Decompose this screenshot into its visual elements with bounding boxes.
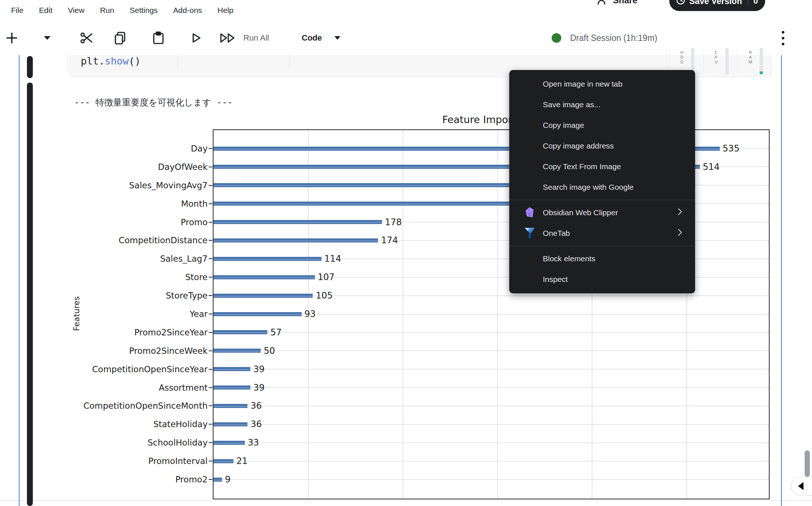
toolbar-divider	[67, 53, 68, 70]
category-label-assortment: Assortment	[69, 382, 208, 394]
add-cell-button[interactable]	[4, 21, 19, 55]
cell-selection-border-right	[781, 55, 782, 506]
share-button[interactable]: Share	[597, 0, 638, 7]
scissors-icon	[80, 31, 94, 45]
menu-item-save-image-as[interactable]: Save image as...	[509, 94, 695, 115]
menubar-item-add-ons[interactable]: Add-ons	[173, 6, 202, 15]
y-gridline	[214, 387, 769, 388]
toolbar-divider	[178, 53, 178, 70]
toolbar-divider	[289, 53, 289, 70]
collapse-panel-button[interactable]	[791, 477, 812, 495]
code-token: plt	[81, 55, 99, 67]
y-axis-tick	[209, 350, 212, 351]
y-axis-tick	[209, 314, 212, 314]
menubar-item-settings[interactable]: Settings	[130, 6, 158, 15]
output-cell-focus-bar[interactable]	[27, 83, 33, 506]
paste-cell-button[interactable]	[150, 21, 166, 55]
category-label-stateholiday: StateHoliday	[69, 418, 208, 430]
clock-icon	[676, 0, 686, 7]
y-gridline	[214, 461, 769, 461]
more-options-button[interactable]	[777, 21, 789, 55]
menu-item-open-image-in-new-tab[interactable]: Open image in new tab	[509, 74, 695, 94]
notebook-toolbar: Run All Code Draft Session (1h:19m) HDDC…	[0, 21, 812, 55]
value-label-store: 107	[318, 271, 335, 283]
submenu-chevron-icon	[677, 208, 683, 218]
y-axis-tick	[209, 424, 212, 425]
value-label-storetype: 105	[316, 290, 333, 301]
menubar-item-help[interactable]: Help	[218, 6, 233, 15]
bar-sales-lag7	[214, 257, 322, 261]
context-menu-group: Obsidian Web ClipperOneTab	[509, 202, 695, 244]
menu-item-obsidian-web-clipper[interactable]: Obsidian Web Clipper	[509, 202, 695, 223]
onetab-icon	[524, 227, 536, 239]
value-label-day: 535	[723, 143, 740, 154]
bar-stateholiday	[214, 422, 247, 426]
notebook-screen: FileEditViewRunSettingsAdd-onsHelp Share…	[0, 0, 812, 506]
code-line[interactable]: plt.show()	[81, 56, 141, 67]
obsidian-icon	[524, 207, 536, 219]
cpu-gauge-label: CPU	[710, 47, 722, 75]
menu-item-inspect[interactable]: Inspect	[509, 269, 695, 290]
ram-gauge-fill	[760, 71, 763, 74]
category-label-promo2sinceyear: Promo2SinceYear	[69, 327, 208, 338]
cut-cell-button[interactable]	[79, 21, 95, 55]
version-count-badge[interactable]: 0	[753, 0, 759, 6]
menu-item-copy-image-address[interactable]: Copy image address	[509, 136, 695, 156]
cell-type-caret[interactable]	[332, 21, 343, 55]
menu-item-copy-image[interactable]: Copy image	[509, 115, 695, 136]
value-label-schoolholiday: 33	[248, 437, 259, 449]
y-gridline	[214, 406, 769, 406]
save-version-button[interactable]: Save Version 0	[669, 0, 765, 11]
run-all-button[interactable]	[218, 21, 237, 55]
gauge-divider	[704, 48, 704, 74]
play-icon	[191, 32, 202, 44]
cpu-gauge-track	[725, 48, 729, 74]
menubar-item-run[interactable]: Run	[100, 6, 114, 15]
scrollbar-thumb[interactable]	[805, 450, 810, 477]
menubar-item-file[interactable]: File	[11, 6, 24, 15]
y-axis-tick	[209, 277, 212, 278]
menubar-item-edit[interactable]: Edit	[39, 6, 52, 15]
menu-item-onetab[interactable]: OneTab	[509, 223, 695, 244]
session-status[interactable]: Draft Session (1h:19m)	[552, 21, 657, 55]
bar-promo2sinceweek	[214, 349, 261, 353]
y-axis-tick	[209, 332, 212, 333]
context-menu-group: Open image in new tabSave image as...Cop…	[509, 74, 695, 198]
value-label-promo: 178	[385, 216, 402, 228]
bar-schoolholiday	[214, 441, 245, 445]
copy-cell-button[interactable]	[112, 21, 128, 55]
cell-type-dropdown[interactable]: Code	[302, 21, 322, 55]
save-version-divider	[748, 0, 748, 7]
y-gridline	[214, 443, 769, 443]
y-axis-tick	[209, 442, 212, 443]
add-cell-dropdown[interactable]	[41, 21, 53, 55]
share-label: Share	[613, 0, 638, 6]
category-label-promo: Promo	[69, 216, 208, 228]
code-token: .	[99, 55, 105, 67]
category-label-storetype: StoreType	[69, 290, 208, 301]
y-axis-tick	[209, 479, 212, 480]
menu-item-block-elements[interactable]: Block elements	[509, 248, 695, 269]
fast-forward-icon	[219, 32, 236, 43]
ram-gauge[interactable]: RAM	[745, 47, 763, 75]
y-axis-tick	[209, 240, 212, 241]
category-label-promo2: Promo2	[69, 474, 208, 485]
value-label-sales-lag7: 114	[325, 253, 341, 265]
chevron-right-icon	[677, 208, 683, 216]
session-status-label: Draft Session (1h:19m)	[570, 33, 657, 43]
gauge-divider	[737, 48, 737, 74]
bar-assortment	[214, 385, 250, 390]
ram-gauge-label: RAM	[745, 47, 756, 75]
cpu-gauge[interactable]: CPU	[710, 47, 729, 75]
run-cell-button[interactable]	[189, 21, 204, 55]
output-log-line: --- 特徴量重要度を可視化します ---	[74, 97, 233, 108]
menu-item-copy-text-from-image[interactable]: Copy Text From Image	[509, 156, 695, 177]
value-label-competitiondistance: 174	[381, 234, 398, 246]
y-axis-tick	[209, 185, 212, 186]
menu-item-search-image-with-google[interactable]: Search image with Google	[509, 177, 695, 198]
session-status-dot	[552, 33, 561, 43]
code-cell-focus-bar[interactable]	[27, 56, 33, 78]
run-all-label[interactable]: Run All	[243, 21, 269, 55]
menubar-item-view[interactable]: View	[68, 6, 84, 15]
obsidian-icon	[524, 207, 536, 219]
